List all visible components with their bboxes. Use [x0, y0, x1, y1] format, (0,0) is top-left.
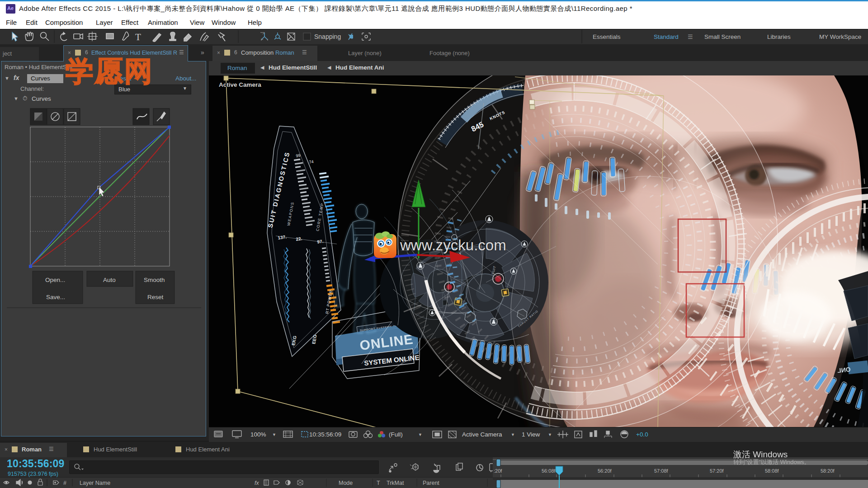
svg-text:Reset: Reset	[147, 294, 164, 300]
svg-text:Standard: Standard	[654, 33, 679, 40]
svg-text:#: #	[63, 480, 66, 486]
svg-text:(Full): (Full)	[389, 431, 403, 438]
svg-text:Mode: Mode	[339, 480, 353, 486]
svg-text:▼: ▼	[548, 432, 552, 437]
svg-text:fx: fx	[255, 480, 259, 486]
svg-text:Parent: Parent	[423, 480, 439, 486]
svg-text:58:20f: 58:20f	[821, 468, 835, 474]
svg-text:Small Screen: Small Screen	[704, 33, 741, 40]
svg-text:ONL: ONL	[837, 366, 851, 374]
svg-text:1 View: 1 View	[522, 431, 540, 438]
svg-text:▼: ▼	[418, 432, 422, 437]
svg-text:☰: ☰	[688, 33, 693, 40]
svg-text:TrkMat: TrkMat	[387, 480, 404, 486]
svg-text::20f: :20f	[494, 468, 502, 474]
svg-text:Active Camera: Active Camera	[219, 81, 261, 88]
svg-text:T: T	[135, 32, 141, 42]
svg-text:58:08f: 58:08f	[765, 468, 779, 474]
svg-text:▼: ▼	[511, 432, 515, 437]
svg-text:100%: 100%	[250, 431, 266, 438]
svg-text:57:08f: 57:08f	[654, 468, 669, 474]
svg-text:Snapping: Snapping	[314, 33, 341, 40]
svg-text:Libraries: Libraries	[767, 33, 791, 40]
svg-text:74: 74	[309, 160, 314, 164]
svg-text:Auto: Auto	[103, 277, 116, 283]
svg-text:▼: ▼	[272, 432, 276, 437]
svg-text:+0.0: +0.0	[636, 431, 648, 438]
svg-text:Smooth: Smooth	[144, 277, 165, 283]
svg-text:Active Camera: Active Camera	[462, 431, 502, 438]
svg-text:10:35:56:09: 10:35:56:09	[309, 431, 341, 438]
svg-text:T: T	[377, 480, 380, 486]
svg-text:Essentials: Essentials	[593, 33, 621, 40]
svg-text:56:20f: 56:20f	[598, 468, 612, 474]
svg-text:Open...: Open...	[45, 277, 65, 283]
svg-text:99: 99	[296, 153, 301, 158]
svg-text:56:08f: 56:08f	[542, 468, 556, 474]
svg-text:57:20f: 57:20f	[710, 468, 724, 474]
svg-text:Save...: Save...	[46, 294, 65, 300]
svg-text:MY WorkSpace: MY WorkSpace	[819, 33, 861, 40]
svg-text:Layer Name: Layer Name	[80, 480, 110, 486]
